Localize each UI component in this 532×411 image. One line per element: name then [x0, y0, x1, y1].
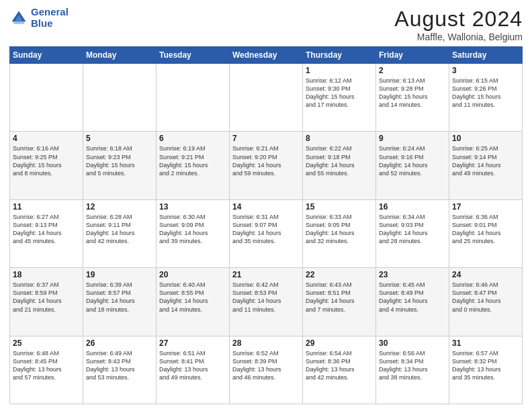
day-number: 8: [306, 134, 373, 143]
calendar-cell: [10, 64, 83, 132]
day-number: 9: [379, 134, 446, 143]
calendar-cell: 2Sunrise: 6:13 AM Sunset: 9:28 PM Daylig…: [376, 64, 449, 132]
day-info: Sunrise: 6:34 AM Sunset: 9:03 PM Dayligh…: [379, 213, 446, 246]
day-info: Sunrise: 6:13 AM Sunset: 9:28 PM Dayligh…: [379, 77, 446, 109]
day-info: Sunrise: 6:57 AM Sunset: 8:32 PM Dayligh…: [452, 349, 519, 382]
calendar-cell: 26Sunrise: 6:49 AM Sunset: 8:43 PM Dayli…: [83, 336, 157, 404]
day-info: Sunrise: 6:31 AM Sunset: 9:07 PM Dayligh…: [232, 213, 300, 246]
day-number: 2: [379, 66, 446, 75]
day-info: Sunrise: 6:48 AM Sunset: 8:45 PM Dayligh…: [13, 349, 80, 382]
day-info: Sunrise: 6:16 AM Sunset: 9:25 PM Dayligh…: [13, 144, 80, 177]
calendar-cell: 16Sunrise: 6:34 AM Sunset: 9:03 PM Dayli…: [376, 199, 449, 267]
calendar-cell: 13Sunrise: 6:30 AM Sunset: 9:09 PM Dayli…: [157, 199, 230, 267]
day-number: 10: [452, 134, 519, 143]
calendar-cell: 9Sunrise: 6:24 AM Sunset: 9:16 PM Daylig…: [376, 132, 449, 199]
weekday-header: Sunday: [10, 47, 83, 64]
day-info: Sunrise: 6:33 AM Sunset: 9:05 PM Dayligh…: [306, 213, 373, 246]
day-number: 30: [379, 338, 446, 348]
calendar-cell: 10Sunrise: 6:25 AM Sunset: 9:14 PM Dayli…: [449, 132, 523, 199]
weekday-header: Monday: [83, 47, 157, 64]
day-info: Sunrise: 6:45 AM Sunset: 8:49 PM Dayligh…: [379, 281, 446, 314]
day-info: Sunrise: 6:19 AM Sunset: 9:21 PM Dayligh…: [159, 144, 226, 177]
day-number: 12: [86, 202, 153, 212]
day-number: 17: [452, 202, 519, 212]
calendar-cell: 4Sunrise: 6:16 AM Sunset: 9:25 PM Daylig…: [10, 132, 83, 199]
day-info: Sunrise: 6:12 AM Sunset: 9:30 PM Dayligh…: [306, 77, 373, 109]
logo-icon: [9, 9, 28, 28]
calendar-cell: 23Sunrise: 6:45 AM Sunset: 8:49 PM Dayli…: [376, 268, 449, 336]
day-info: Sunrise: 6:49 AM Sunset: 8:43 PM Dayligh…: [86, 349, 153, 382]
calendar-cell: 27Sunrise: 6:51 AM Sunset: 8:41 PM Dayli…: [157, 336, 230, 404]
calendar-cell: 12Sunrise: 6:28 AM Sunset: 9:11 PM Dayli…: [83, 199, 157, 267]
calendar-cell: 3Sunrise: 6:15 AM Sunset: 9:26 PM Daylig…: [449, 64, 523, 132]
day-info: Sunrise: 6:52 AM Sunset: 8:39 PM Dayligh…: [232, 349, 300, 382]
day-number: 29: [306, 338, 373, 348]
day-number: 5: [86, 134, 153, 143]
day-number: 7: [232, 134, 300, 143]
day-number: 28: [232, 338, 300, 348]
day-info: Sunrise: 6:40 AM Sunset: 8:55 PM Dayligh…: [159, 281, 226, 314]
day-number: 14: [232, 202, 300, 212]
day-number: 15: [306, 202, 373, 212]
weekday-header: Tuesday: [157, 47, 230, 64]
calendar-cell: 8Sunrise: 6:22 AM Sunset: 9:18 PM Daylig…: [303, 132, 376, 199]
month-title: August 2024: [394, 7, 523, 32]
calendar-cell: 18Sunrise: 6:37 AM Sunset: 8:59 PM Dayli…: [10, 268, 83, 336]
calendar-cell: [157, 64, 230, 132]
day-info: Sunrise: 6:15 AM Sunset: 9:26 PM Dayligh…: [452, 77, 519, 109]
day-number: 21: [232, 270, 300, 279]
day-info: Sunrise: 6:24 AM Sunset: 9:16 PM Dayligh…: [379, 144, 446, 177]
calendar-cell: [83, 64, 157, 132]
day-number: 4: [13, 134, 80, 143]
day-info: Sunrise: 6:36 AM Sunset: 9:01 PM Dayligh…: [452, 213, 519, 246]
calendar-week-row: 4Sunrise: 6:16 AM Sunset: 9:25 PM Daylig…: [10, 132, 523, 199]
day-info: Sunrise: 6:42 AM Sunset: 8:53 PM Dayligh…: [232, 281, 300, 314]
day-info: Sunrise: 6:51 AM Sunset: 8:41 PM Dayligh…: [159, 349, 226, 382]
day-number: 26: [86, 338, 153, 348]
calendar-cell: 1Sunrise: 6:12 AM Sunset: 9:30 PM Daylig…: [303, 64, 376, 132]
calendar-cell: 19Sunrise: 6:39 AM Sunset: 8:57 PM Dayli…: [83, 268, 157, 336]
day-number: 19: [86, 270, 153, 279]
day-info: Sunrise: 6:28 AM Sunset: 9:11 PM Dayligh…: [86, 213, 153, 246]
calendar-cell: 28Sunrise: 6:52 AM Sunset: 8:39 PM Dayli…: [230, 336, 303, 404]
day-number: 11: [13, 202, 80, 212]
day-info: Sunrise: 6:43 AM Sunset: 8:51 PM Dayligh…: [306, 281, 373, 314]
day-number: 25: [13, 338, 80, 348]
calendar-cell: [230, 64, 303, 132]
calendar-cell: 20Sunrise: 6:40 AM Sunset: 8:55 PM Dayli…: [157, 268, 230, 336]
day-info: Sunrise: 6:22 AM Sunset: 9:18 PM Dayligh…: [306, 144, 373, 177]
day-number: 3: [452, 66, 519, 75]
day-info: Sunrise: 6:39 AM Sunset: 8:57 PM Dayligh…: [86, 281, 153, 314]
calendar-week-row: 25Sunrise: 6:48 AM Sunset: 8:45 PM Dayli…: [10, 336, 523, 404]
day-info: Sunrise: 6:30 AM Sunset: 9:09 PM Dayligh…: [159, 213, 226, 246]
day-info: Sunrise: 6:54 AM Sunset: 8:36 PM Dayligh…: [306, 349, 373, 382]
day-info: Sunrise: 6:21 AM Sunset: 9:20 PM Dayligh…: [232, 144, 300, 177]
calendar-cell: 31Sunrise: 6:57 AM Sunset: 8:32 PM Dayli…: [449, 336, 523, 404]
calendar-cell: 21Sunrise: 6:42 AM Sunset: 8:53 PM Dayli…: [230, 268, 303, 336]
day-info: Sunrise: 6:18 AM Sunset: 9:23 PM Dayligh…: [86, 144, 153, 177]
day-number: 27: [159, 338, 226, 348]
calendar-cell: 25Sunrise: 6:48 AM Sunset: 8:45 PM Dayli…: [10, 336, 83, 404]
calendar-body: 1Sunrise: 6:12 AM Sunset: 9:30 PM Daylig…: [10, 64, 523, 404]
day-info: Sunrise: 6:46 AM Sunset: 8:47 PM Dayligh…: [452, 281, 519, 314]
calendar-table: SundayMondayTuesdayWednesdayThursdayFrid…: [9, 46, 523, 404]
location-title: Maffle, Wallonia, Belgium: [394, 32, 523, 42]
day-info: Sunrise: 6:27 AM Sunset: 9:13 PM Dayligh…: [13, 213, 80, 246]
calendar-cell: 24Sunrise: 6:46 AM Sunset: 8:47 PM Dayli…: [449, 268, 523, 336]
day-number: 20: [159, 270, 226, 279]
calendar-week-row: 1Sunrise: 6:12 AM Sunset: 9:30 PM Daylig…: [10, 64, 523, 132]
weekday-header: Saturday: [449, 47, 523, 64]
calendar-cell: 11Sunrise: 6:27 AM Sunset: 9:13 PM Dayli…: [10, 199, 83, 267]
day-number: 22: [306, 270, 373, 279]
calendar-cell: 29Sunrise: 6:54 AM Sunset: 8:36 PM Dayli…: [303, 336, 376, 404]
day-number: 13: [159, 202, 226, 212]
day-number: 6: [159, 134, 226, 143]
weekday-header: Friday: [376, 47, 449, 64]
day-info: Sunrise: 6:37 AM Sunset: 8:59 PM Dayligh…: [13, 281, 80, 314]
calendar-cell: 14Sunrise: 6:31 AM Sunset: 9:07 PM Dayli…: [230, 199, 303, 267]
weekday-header: Thursday: [303, 47, 376, 64]
calendar-cell: 5Sunrise: 6:18 AM Sunset: 9:23 PM Daylig…: [83, 132, 157, 199]
logo-text: General Blue: [31, 7, 69, 29]
logo: General Blue: [9, 7, 69, 29]
calendar-header: SundayMondayTuesdayWednesdayThursdayFrid…: [10, 47, 523, 64]
